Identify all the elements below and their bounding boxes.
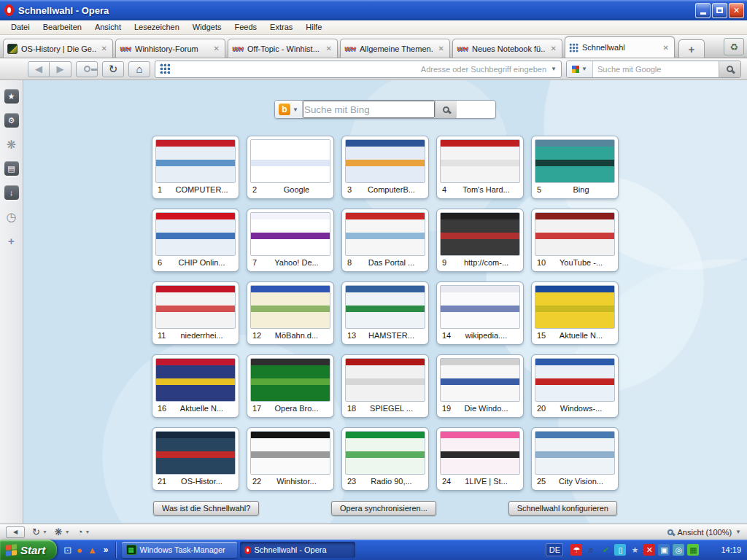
tab-allgemeine-themen[interactable]: WH Allgemeine Themen... ✕ — [340, 39, 450, 58]
speed-dial-5[interactable]: 5Bing — [532, 136, 618, 198]
speed-dial-23[interactable]: 23Radio 90,... — [342, 428, 428, 490]
volume-tray-icon[interactable]: ♬ — [585, 544, 597, 556]
speed-dial-22[interactable]: 22Winhistor... — [247, 428, 333, 490]
opera-sync-button[interactable]: Opera synchronisieren... — [331, 501, 436, 516]
unite-panel-icon[interactable]: ❋ — [4, 137, 19, 152]
tab-os-history[interactable]: OS-History | Die Ge... ✕ — [3, 39, 113, 58]
bing-engine-selector[interactable]: b ▼ — [275, 101, 303, 118]
speed-dial-4[interactable]: 4Tom's Hard... — [437, 136, 523, 198]
speed-dial-14[interactable]: 14wikipedia.... — [437, 282, 523, 344]
tab-close-icon[interactable]: ✕ — [212, 44, 221, 52]
reload-button[interactable]: ↻ — [102, 61, 124, 77]
menu-bearbeiten[interactable]: Bearbeiten — [36, 20, 88, 34]
address-bar[interactable]: ▼ — [155, 61, 562, 78]
zoom-control[interactable]: Ansicht (100%) ▼ — [667, 528, 741, 537]
clipboard-tray-icon[interactable]: ▯ — [614, 544, 626, 556]
menu-lesezeichen[interactable]: Lesezeichen — [128, 20, 186, 34]
bing-search-input[interactable] — [303, 101, 435, 118]
sync-status-button[interactable]: ↻▼ — [32, 526, 47, 537]
tab-winhistory-forum[interactable]: WH Winhistory-Forum ✕ — [115, 39, 225, 58]
star-tray-icon[interactable]: ★ — [629, 544, 640, 556]
speed-dial-16[interactable]: 16Aktuelle N... — [152, 355, 239, 417]
task-windows-task-manager[interactable]: ▦ Windows Task-Manager — [122, 542, 237, 558]
menu-widgets[interactable]: Widgets — [186, 20, 228, 34]
media-player-icon[interactable]: ● — [77, 545, 82, 555]
speed-dial-17[interactable]: 17Opera Bro... — [247, 355, 333, 417]
unite-status-button[interactable]: ❋▼ — [55, 526, 70, 537]
downloads-panel-icon[interactable]: ↓ — [4, 185, 19, 200]
speed-dial-18[interactable]: 18SPIEGEL ... — [342, 355, 428, 417]
speed-dial-1[interactable]: 1COMPUTER... — [152, 136, 239, 198]
taskbar-clock[interactable]: 14:19 — [716, 545, 741, 554]
address-dropdown-icon[interactable]: ▼ — [551, 66, 557, 72]
speed-dial-3[interactable]: 3ComputerB... — [342, 136, 428, 198]
usb-tray-icon[interactable]: ✔ — [600, 544, 611, 556]
speed-dial-13[interactable]: 13HAMSTER... — [342, 282, 428, 344]
start-button[interactable]: Start — [0, 540, 57, 560]
back-button[interactable]: ◀ — [28, 61, 50, 77]
windows-update-tray-icon[interactable]: ▣ — [658, 544, 670, 556]
language-indicator[interactable]: DE — [546, 543, 563, 556]
google-search-button[interactable] — [719, 61, 740, 77]
notes-panel-icon[interactable]: ▤ — [4, 161, 19, 176]
history-panel-icon[interactable]: ◷ — [4, 209, 19, 224]
vlc-icon[interactable]: ▲ — [88, 545, 97, 555]
menu-ansicht[interactable]: Ansicht — [88, 20, 128, 34]
tab-schnellwahl-active[interactable]: Schnellwahl ✕ — [565, 36, 675, 58]
bing-search-box[interactable]: b ▼ — [274, 100, 496, 119]
speed-dial-20[interactable]: 20Windows-... — [532, 355, 618, 417]
menu-hilfe[interactable]: Hilfe — [299, 20, 328, 34]
network-tray-icon[interactable]: ◎ — [673, 544, 684, 556]
tab-close-icon[interactable]: ✕ — [325, 44, 333, 52]
menu-feeds[interactable]: Feeds — [228, 20, 264, 34]
tab-close-icon[interactable]: ✕ — [437, 44, 446, 52]
tab-close-icon[interactable]: ✕ — [549, 44, 558, 52]
menu-datei[interactable]: Datei — [4, 20, 36, 34]
google-search-box[interactable]: ▼ — [566, 61, 741, 78]
speed-dial-10[interactable]: 10YouTube -... — [532, 209, 618, 271]
task-schnellwahl-opera[interactable]: Schnellwahl - Opera — [240, 542, 355, 558]
speed-dial-12[interactable]: 12MöBahn.d... — [247, 282, 333, 344]
new-tab-button[interactable]: + — [678, 39, 705, 58]
tab-close-icon[interactable]: ✕ — [100, 44, 109, 52]
restore-button[interactable] — [712, 3, 727, 18]
speed-dial-11[interactable]: 11niederrhei... — [152, 282, 239, 344]
quick-launch-chevron-icon[interactable]: » — [102, 545, 109, 555]
speed-dial-8[interactable]: 8Das Portal ... — [342, 209, 428, 271]
widgets-panel-icon[interactable]: ⚙ — [4, 113, 19, 128]
search-engine-selector[interactable]: ▼ — [567, 61, 593, 77]
show-desktop-icon[interactable]: ⊡ — [63, 545, 71, 555]
security-alert-tray-icon[interactable]: ✕ — [643, 544, 655, 556]
speed-dial-2[interactable]: 2Google — [247, 136, 333, 198]
close-button[interactable]: ✕ — [729, 3, 744, 18]
configure-speeddial-button[interactable]: Schnellwahl konfigurieren — [508, 501, 617, 516]
speed-dial-7[interactable]: 7Yahoo! De... — [247, 209, 333, 271]
speed-dial-24[interactable]: 241LIVE | St... — [437, 428, 523, 490]
turbo-status-button[interactable]: ◔▼ — [77, 526, 90, 537]
speed-dial-9[interactable]: 9http://com-... — [437, 209, 523, 271]
zoom-dropdown-icon[interactable]: ▼ — [735, 529, 741, 535]
home-button[interactable]: ⌂ — [128, 61, 150, 77]
tab-off-topic[interactable]: WH Off-Topic - Winhist... ✕ — [228, 39, 338, 58]
avira-tray-icon[interactable]: ☂ — [570, 544, 582, 556]
add-panel-icon[interactable]: + — [4, 233, 19, 248]
forward-button[interactable]: ▶ — [50, 61, 71, 77]
bing-search-button[interactable] — [435, 101, 457, 118]
speed-dial-25[interactable]: 25City Vision... — [532, 428, 618, 490]
tab-close-icon[interactable]: ✕ — [662, 44, 670, 52]
minimize-button[interactable] — [695, 3, 711, 18]
speed-dial-6[interactable]: 6CHIP Onlin... — [152, 209, 239, 271]
closed-tabs-trash-button[interactable]: ♻ — [724, 38, 744, 55]
bookmarks-panel-icon[interactable]: ★ — [4, 89, 19, 104]
speed-dial-19[interactable]: 19Die Windo... — [437, 355, 523, 417]
speed-dial-21[interactable]: 21OS-Histor... — [152, 428, 239, 490]
what-is-speeddial-button[interactable]: Was ist die Schnellwahl? — [153, 501, 259, 516]
panel-toggle-button[interactable]: ◀ — [6, 526, 25, 538]
menu-extras[interactable]: Extras — [263, 20, 299, 34]
cpu-meter-tray-icon[interactable]: ☾ — [702, 544, 713, 556]
address-input[interactable] — [175, 65, 546, 74]
tab-neues-notebook[interactable]: WH Neues Notebook fü... ✕ — [452, 39, 562, 58]
google-search-input[interactable] — [593, 61, 719, 77]
wand-password-button[interactable] — [76, 61, 98, 77]
speed-dial-15[interactable]: 15Aktuelle N... — [532, 282, 618, 344]
